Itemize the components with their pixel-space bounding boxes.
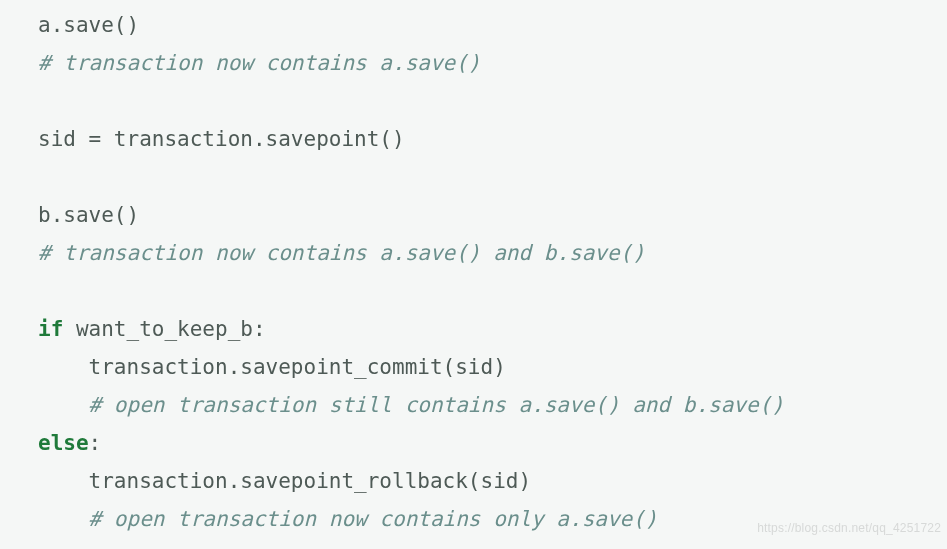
code-line: a.save() bbox=[38, 13, 139, 37]
code-line: transaction.savepoint_commit(sid) bbox=[38, 355, 506, 379]
code-token: : bbox=[89, 431, 102, 455]
code-token: # transaction now contains a.save() and … bbox=[38, 241, 645, 265]
code-token bbox=[38, 507, 89, 531]
code-token: sid = transaction.savepoint() bbox=[38, 127, 405, 151]
code-line: sid = transaction.savepoint() bbox=[38, 127, 405, 151]
code-line: # transaction now contains a.save() bbox=[38, 51, 481, 75]
code-token: transaction.savepoint_rollback(sid) bbox=[38, 469, 531, 493]
code-line: # open transaction now contains only a.s… bbox=[38, 507, 658, 531]
code-token: transaction.savepoint_commit(sid) bbox=[38, 355, 506, 379]
code-line: else: bbox=[38, 431, 101, 455]
code-line: if want_to_keep_b: bbox=[38, 317, 266, 341]
code-token: if bbox=[38, 317, 63, 341]
code-token: # transaction now contains a.save() bbox=[38, 51, 481, 75]
code-token: else bbox=[38, 431, 89, 455]
code-token: a.save() bbox=[38, 13, 139, 37]
watermark: https://blog.csdn.net/qq_4251722 bbox=[757, 509, 941, 547]
code-line: # open transaction still contains a.save… bbox=[38, 393, 784, 417]
code-token: # open transaction still contains a.save… bbox=[89, 393, 784, 417]
code-token: # open transaction now contains only a.s… bbox=[89, 507, 658, 531]
code-token bbox=[38, 393, 89, 417]
code-line: b.save() bbox=[38, 203, 139, 227]
code-token: b.save() bbox=[38, 203, 139, 227]
code-line: # transaction now contains a.save() and … bbox=[38, 241, 645, 265]
code-block: a.save() # transaction now contains a.sa… bbox=[0, 0, 947, 538]
code-token: want_to_keep_b: bbox=[63, 317, 265, 341]
code-line: transaction.savepoint_rollback(sid) bbox=[38, 469, 531, 493]
